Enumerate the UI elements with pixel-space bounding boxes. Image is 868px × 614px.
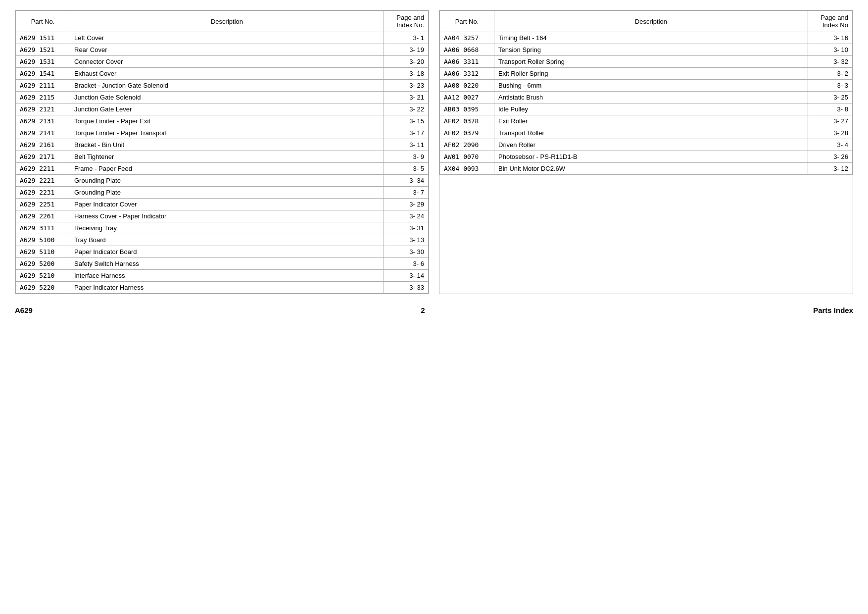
left-desc-cell: Grounding Plate — [70, 175, 384, 187]
right-partno-cell: AA06 3311 — [440, 56, 494, 68]
left-table-row: A629 2161Bracket - Bin Unit3- 11 — [16, 139, 429, 151]
left-table-row: A629 2171Belt Tightener3- 9 — [16, 151, 429, 163]
left-table-row: A629 5100Tray Board3- 13 — [16, 234, 429, 246]
left-table-row: A629 5220Paper Indicator Harness3- 33 — [16, 282, 429, 294]
left-header-partno: Part No. — [16, 11, 70, 32]
right-desc-cell: Driven Roller — [494, 139, 808, 151]
left-desc-cell: Left Cover — [70, 32, 384, 44]
left-table: Part No. Description Page and Index No. … — [15, 10, 429, 294]
left-desc-cell: Bracket - Junction Gate Solenoid — [70, 80, 384, 92]
left-page-cell: 3- 1 — [384, 32, 429, 44]
right-page-cell: 3- 28 — [808, 127, 853, 139]
footer: A629 2 Parts Index — [15, 302, 853, 314]
right-partno-cell: AA08 0220 — [440, 80, 494, 92]
left-desc-cell: Grounding Plate — [70, 187, 384, 199]
left-page-cell: 3- 18 — [384, 68, 429, 80]
right-header-page: Page and Index No — [808, 11, 853, 32]
left-table-row: A629 5210Interface Harness3- 14 — [16, 270, 429, 282]
left-page-cell: 3- 22 — [384, 103, 429, 115]
footer-center: 2 — [33, 306, 813, 314]
left-partno-cell: A629 2221 — [16, 175, 70, 187]
right-desc-cell: Transport Roller Spring — [494, 56, 808, 68]
left-page-cell: 3- 20 — [384, 56, 429, 68]
right-desc-cell: Photosebsor - PS-R11D1-B — [494, 151, 808, 163]
right-desc-cell: Exit Roller Spring — [494, 68, 808, 80]
right-desc-cell: Exit Roller — [494, 115, 808, 127]
left-page-cell: 3- 17 — [384, 127, 429, 139]
left-desc-cell: Exhaust Cover — [70, 68, 384, 80]
right-table-row: AA06 3312Exit Roller Spring3- 2 — [440, 68, 853, 80]
right-partno-cell: AB03 0395 — [440, 103, 494, 115]
left-desc-cell: Receiving Tray — [70, 222, 384, 234]
left-partno-cell: A629 2211 — [16, 163, 70, 175]
right-table-row: AA06 0668Tension Spring3- 10 — [440, 44, 853, 56]
left-desc-cell: Bracket - Bin Unit — [70, 139, 384, 151]
right-desc-cell: Bin Unit Motor DC2.6W — [494, 163, 808, 175]
left-page-cell: 3- 7 — [384, 187, 429, 199]
page-content: Part No. Description Page and Index No. … — [15, 10, 853, 314]
left-page-cell: 3- 11 — [384, 139, 429, 151]
right-partno-cell: AA04 3257 — [440, 32, 494, 44]
right-page-cell: 3- 16 — [808, 32, 853, 44]
left-page-cell: 3- 6 — [384, 258, 429, 270]
right-partno-cell: AF02 0379 — [440, 127, 494, 139]
left-page-cell: 3- 14 — [384, 270, 429, 282]
right-page-cell: 3- 3 — [808, 80, 853, 92]
left-table-row: A629 2211Frame - Paper Feed3- 5 — [16, 163, 429, 175]
right-desc-cell: Timing Belt - 164 — [494, 32, 808, 44]
right-table: Part No. Description Page and Index No A… — [439, 10, 853, 175]
right-header-description: Description — [494, 11, 808, 32]
right-partno-cell: AF02 0378 — [440, 115, 494, 127]
right-table-row: AA06 3311Transport Roller Spring3- 32 — [440, 56, 853, 68]
left-table-row: A629 2141Torque Limiter - Paper Transpor… — [16, 127, 429, 139]
right-page-cell: 3- 32 — [808, 56, 853, 68]
left-page-cell: 3- 23 — [384, 80, 429, 92]
right-partno-cell: AA12 0027 — [440, 92, 494, 103]
right-partno-cell: AF02 2090 — [440, 139, 494, 151]
right-page-cell: 3- 2 — [808, 68, 853, 80]
left-partno-cell: A629 2171 — [16, 151, 70, 163]
right-table-row: AA12 0027Antistatic Brush3- 25 — [440, 92, 853, 103]
right-partno-cell: AA06 3312 — [440, 68, 494, 80]
right-page-cell: 3- 27 — [808, 115, 853, 127]
right-page-cell: 3- 8 — [808, 103, 853, 115]
footer-left: A629 — [15, 306, 33, 314]
right-desc-cell: Bushing - 6mm — [494, 80, 808, 92]
right-page-cell: 3- 25 — [808, 92, 853, 103]
left-desc-cell: Paper Indicator Board — [70, 246, 384, 258]
left-table-row: A629 2111Bracket - Junction Gate Solenoi… — [16, 80, 429, 92]
left-partno-cell: A629 5110 — [16, 246, 70, 258]
left-page-cell: 3- 34 — [384, 175, 429, 187]
left-table-section: Part No. Description Page and Index No. … — [15, 10, 429, 294]
left-partno-cell: A629 1511 — [16, 32, 70, 44]
left-table-row: A629 2221Grounding Plate3- 34 — [16, 175, 429, 187]
left-desc-cell: Connector Cover — [70, 56, 384, 68]
right-partno-cell: AA06 0668 — [440, 44, 494, 56]
left-partno-cell: A629 5200 — [16, 258, 70, 270]
left-page-cell: 3- 15 — [384, 115, 429, 127]
right-partno-cell: AX04 0093 — [440, 163, 494, 175]
right-page-cell: 3- 12 — [808, 163, 853, 175]
left-partno-cell: A629 2115 — [16, 92, 70, 103]
left-table-row: A629 2231Grounding Plate3- 7 — [16, 187, 429, 199]
right-table-row: AF02 0378Exit Roller3- 27 — [440, 115, 853, 127]
left-desc-cell: Safety Switch Harness — [70, 258, 384, 270]
left-table-row: A629 2261Harness Cover - Paper Indicator… — [16, 210, 429, 222]
left-table-row: A629 2131Torque Limiter - Paper Exit3- 1… — [16, 115, 429, 127]
right-table-row: AA08 0220Bushing - 6mm3- 3 — [440, 80, 853, 92]
left-desc-cell: Junction Gate Solenoid — [70, 92, 384, 103]
left-desc-cell: Rear Cover — [70, 44, 384, 56]
right-header-partno: Part No. — [440, 11, 494, 32]
left-partno-cell: A629 2141 — [16, 127, 70, 139]
right-partno-cell: AW01 0070 — [440, 151, 494, 163]
right-table-row: AB03 0395Idle Pulley3- 8 — [440, 103, 853, 115]
right-table-row: AX04 0093Bin Unit Motor DC2.6W3- 12 — [440, 163, 853, 175]
left-table-row: A629 2115Junction Gate Solenoid3- 21 — [16, 92, 429, 103]
left-page-cell: 3- 30 — [384, 246, 429, 258]
left-partno-cell: A629 2111 — [16, 80, 70, 92]
right-desc-cell: Antistatic Brush — [494, 92, 808, 103]
left-page-cell: 3- 29 — [384, 199, 429, 210]
right-table-row: AA04 3257Timing Belt - 1643- 16 — [440, 32, 853, 44]
left-partno-cell: A629 2251 — [16, 199, 70, 210]
left-desc-cell: Torque Limiter - Paper Exit — [70, 115, 384, 127]
